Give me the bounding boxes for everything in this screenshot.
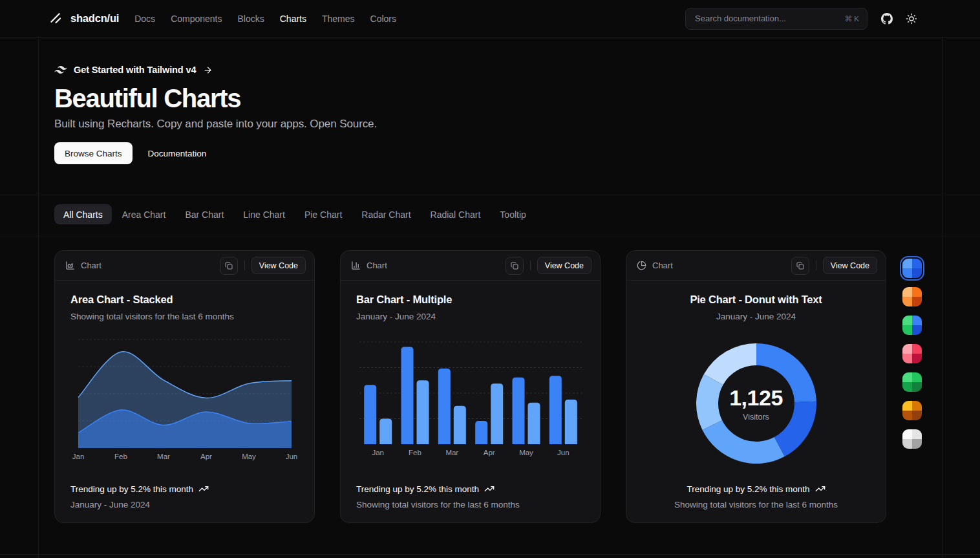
- card-title: Bar Chart - Multiple: [356, 293, 584, 306]
- theme-swatch-red-pink[interactable]: [902, 344, 922, 363]
- card-toolbar-label: Chart: [367, 261, 387, 270]
- chart-card-bar-multiple: Chart View Code Bar Chart - Multiple Jan…: [340, 250, 601, 523]
- search-box[interactable]: ⌘ K: [685, 8, 868, 30]
- svg-text:May: May: [519, 449, 533, 456]
- search-shortcut: ⌘ K: [845, 14, 859, 23]
- card-toolbar-actions: View Code: [791, 257, 877, 275]
- arrow-right-icon: [203, 65, 213, 75]
- donut-total-value: 1,125: [729, 385, 783, 411]
- browse-charts-button[interactable]: Browse Charts: [54, 142, 133, 164]
- svg-text:Apr: Apr: [200, 453, 212, 460]
- tailwind-icon: [54, 66, 67, 74]
- card-toolbar-actions: View Code: [506, 257, 591, 275]
- trending-up-icon: [815, 484, 826, 494]
- card-footer: Trending up by 5.2% this month Showing t…: [642, 484, 870, 510]
- copy-code-button[interactable]: [506, 257, 524, 275]
- nav-item-charts[interactable]: Charts: [280, 14, 306, 24]
- card-title: Area Chart - Stacked: [70, 293, 299, 306]
- copy-icon: [796, 262, 804, 270]
- tab-tooltip[interactable]: Tooltip: [491, 204, 535, 224]
- trend-text: Trending up by 5.2% this month: [687, 484, 809, 494]
- theme-toggle-button[interactable]: [901, 8, 922, 29]
- copy-code-button[interactable]: [791, 257, 809, 275]
- tab-line-chart[interactable]: Line Chart: [234, 204, 294, 224]
- card-description: Showing total visitors for the last 6 mo…: [70, 311, 299, 323]
- page-bottom-divider: [0, 554, 980, 555]
- svg-text:Feb: Feb: [114, 453, 127, 460]
- bar-chart: JanFebMarAprMayJun: [359, 342, 582, 460]
- nav-item-docs[interactable]: Docs: [134, 14, 155, 24]
- footer-secondary-text: January - June 2024: [70, 500, 299, 510]
- toolbar-separator: [816, 261, 816, 270]
- svg-text:Mar: Mar: [445, 449, 458, 456]
- card-description: January - June 2024: [356, 311, 584, 323]
- brand-name: shadcn/ui: [70, 12, 119, 25]
- nav-item-colors[interactable]: Colors: [370, 14, 396, 24]
- view-code-button[interactable]: View Code: [537, 257, 591, 274]
- shadcn-logo-icon: [49, 12, 63, 25]
- hero-actions: Browse Charts Documentation: [54, 142, 377, 164]
- tab-bar-chart[interactable]: Bar Chart: [176, 204, 233, 224]
- container-border-left: [38, 37, 39, 558]
- theme-swatch-blue[interactable]: [902, 259, 922, 278]
- announcement-link[interactable]: Get Started with Tailwind v4: [54, 65, 377, 75]
- donut-chart: 1,125 Visitors: [695, 342, 818, 465]
- chart-card-area-stacked: Chart View Code Area Chart - Stacked Sho…: [54, 250, 315, 523]
- theme-swatch-orange[interactable]: [902, 287, 922, 306]
- header-actions: ⌘ K: [685, 8, 922, 30]
- card-description: January - June 2024: [642, 311, 870, 323]
- bar-chart-icon: [351, 261, 361, 270]
- card-toolbar: Chart View Code: [55, 251, 314, 281]
- search-input[interactable]: [694, 13, 840, 24]
- tab-area-chart[interactable]: Area Chart: [113, 204, 175, 224]
- card-footer: Trending up by 5.2% this month January -…: [70, 484, 299, 510]
- tab-radar-chart[interactable]: Radar Chart: [352, 204, 420, 224]
- card-title: Pie Chart - Donut with Text: [642, 293, 870, 306]
- brand-link[interactable]: shadcn/ui: [49, 12, 119, 25]
- header-nav: DocsComponentsBlocksChartsThemesColors: [134, 14, 396, 24]
- copy-code-button[interactable]: [220, 257, 238, 275]
- footer-secondary-text: Showing total visitors for the last 6 mo…: [356, 500, 584, 510]
- theme-picker: [902, 259, 922, 449]
- toolbar-separator: [530, 261, 531, 270]
- theme-swatch-green[interactable]: [902, 372, 922, 392]
- card-body: Pie Chart - Donut with Text January - Ju…: [626, 281, 886, 465]
- chart-filter-tabs: All ChartsArea ChartBar ChartLine ChartP…: [54, 204, 535, 224]
- svg-text:Jan: Jan: [372, 449, 384, 456]
- page-title: Beautiful Charts: [54, 84, 377, 113]
- view-code-button[interactable]: View Code: [823, 257, 877, 274]
- svg-text:Jan: Jan: [72, 453, 84, 460]
- theme-swatch-green-blue[interactable]: [902, 316, 922, 335]
- toolbar-separator: [244, 261, 245, 270]
- nav-item-components[interactable]: Components: [171, 14, 222, 24]
- shadcn-charts-page: shadcn/ui DocsComponentsBlocksChartsThem…: [0, 0, 980, 558]
- nav-item-themes[interactable]: Themes: [322, 14, 355, 24]
- section-divider-bottom: [0, 235, 980, 235]
- card-body: Bar Chart - Multiple January - June 2024…: [341, 281, 600, 460]
- section-divider-top: [0, 195, 980, 195]
- theme-swatch-mono[interactable]: [902, 429, 922, 449]
- announcement-label: Get Started with Tailwind v4: [74, 65, 197, 75]
- tab-all-charts[interactable]: All Charts: [54, 204, 112, 224]
- svg-text:Jun: Jun: [557, 449, 570, 456]
- svg-text:Feb: Feb: [409, 449, 421, 456]
- tab-pie-chart[interactable]: Pie Chart: [295, 204, 351, 224]
- area-chart: JanFebMarAprMayJun: [78, 339, 292, 464]
- documentation-button[interactable]: Documentation: [138, 142, 217, 164]
- nav-item-blocks[interactable]: Blocks: [238, 14, 264, 24]
- tab-radial-chart[interactable]: Radial Chart: [421, 204, 490, 224]
- footer-secondary-text: Showing total visitors for the last 6 mo…: [642, 500, 870, 510]
- page-subtitle: Built using Recharts. Copy and paste int…: [54, 118, 377, 131]
- card-toolbar: Chart View Code: [626, 251, 886, 281]
- view-code-button[interactable]: View Code: [251, 257, 306, 274]
- svg-text:Apr: Apr: [483, 449, 495, 456]
- github-button[interactable]: [877, 8, 897, 29]
- github-icon: [881, 13, 893, 25]
- area-chart-icon: [65, 261, 75, 270]
- copy-icon: [511, 262, 518, 270]
- trending-up-icon: [198, 484, 209, 494]
- copy-icon: [225, 262, 233, 270]
- theme-swatch-amber[interactable]: [902, 401, 922, 420]
- card-toolbar-label: Chart: [81, 261, 101, 270]
- sun-icon: [906, 13, 917, 25]
